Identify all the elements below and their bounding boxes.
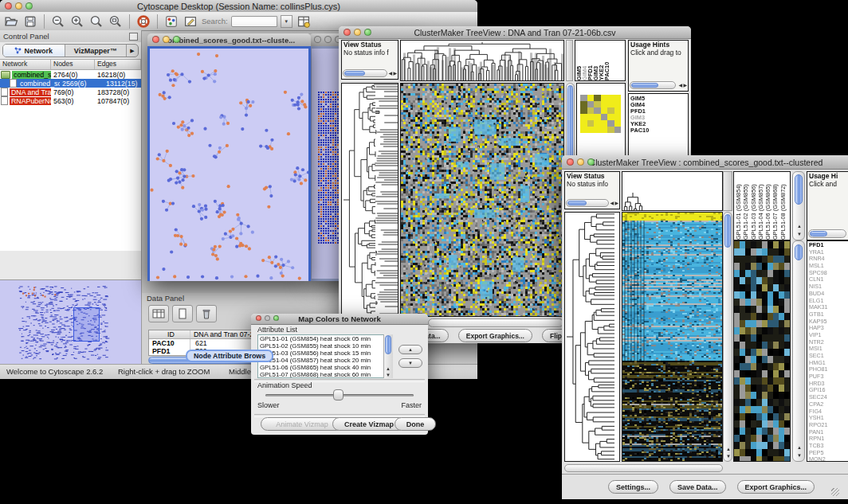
usage-hints-scrollbar[interactable] — [808, 229, 846, 238]
overview-viewport-rect[interactable] — [73, 307, 100, 342]
view-status-scrollbar[interactable] — [343, 69, 387, 77]
close-icon[interactable] — [314, 36, 321, 43]
gene-label[interactable]: PAC10 — [630, 127, 688, 134]
tv1-global-heatmap[interactable] — [400, 83, 564, 317]
tv2-titlebar[interactable]: ClusterMaker TreeView : combined_scores_… — [562, 155, 848, 170]
animation-speed-slider-thumb[interactable] — [333, 389, 344, 400]
network-list-row[interactable]: combined_scores 2764(0) 16218(0) — [0, 70, 141, 79]
col-nodes[interactable]: Nodes — [51, 60, 95, 69]
close-icon[interactable] — [256, 315, 261, 321]
tv2-hscroll[interactable] — [564, 464, 723, 472]
usage-hints-scrollbar[interactable] — [630, 81, 676, 89]
new-attribute-button[interactable] — [172, 305, 193, 322]
scroll-down-icon[interactable]: ▼ — [386, 373, 391, 377]
zoom-window-icon[interactable] — [273, 315, 279, 321]
tv1-zoom-heatmap[interactable] — [580, 95, 621, 133]
minimize-icon[interactable] — [163, 36, 170, 43]
search-dropdown-icon[interactable]: ▼ — [281, 15, 292, 28]
network-list-row[interactable]: combined_sco 2569(6) 13112(15) — [0, 79, 141, 88]
tab-network[interactable]: Network — [3, 45, 65, 57]
delete-attribute-button[interactable] — [196, 305, 217, 322]
dialog-titlebar[interactable]: Map Colors to Network — [251, 314, 428, 325]
network-canvas[interactable] — [147, 46, 311, 281]
scroll-up-icon[interactable]: ▲ — [797, 445, 802, 450]
tv2-labels-vscroll[interactable]: ▲ ▼ — [792, 171, 805, 240]
close-icon[interactable] — [344, 29, 351, 36]
tab-overflow-arrow[interactable]: ▶ — [127, 45, 138, 57]
vizmapper-icon[interactable] — [163, 14, 179, 29]
col-edges[interactable]: Edges — [95, 60, 141, 69]
net1-titlebar[interactable]: combined_scores_good.txt--cluste... — [147, 33, 311, 47]
search-input[interactable] — [231, 16, 277, 27]
help-lifebuoy-icon[interactable] — [135, 14, 151, 29]
move-up-button[interactable]: ▲ — [398, 345, 422, 354]
zoom-in-icon[interactable] — [69, 14, 85, 29]
minimize-icon[interactable] — [577, 158, 584, 166]
minimize-icon[interactable] — [265, 315, 270, 321]
attribute-list-item[interactable]: GPL51-04 (GSM857) heat shock 20 min — [258, 357, 392, 364]
attribute-list-item[interactable]: GPL51-03 (GSM856) heat shock 15 min — [258, 350, 392, 357]
tv2-column-dendrogram[interactable] — [622, 171, 723, 211]
zoom-window-icon[interactable] — [173, 36, 180, 43]
attribute-list-scrollbar[interactable]: ▲ ▼ — [383, 334, 393, 378]
tv2-row-dendrogram[interactable] — [564, 212, 620, 462]
column-label[interactable]: GPL51-04 (GSM857) — [757, 172, 764, 240]
column-label[interactable]: GPL51-02 (GSM855) — [742, 172, 749, 240]
annotation-icon[interactable] — [183, 14, 198, 29]
scroll-right-icon[interactable]: ▶ — [393, 71, 397, 76]
open-session-button[interactable] — [3, 14, 19, 29]
tv1-hscroll[interactable] — [428, 318, 563, 327]
scroll-left-icon[interactable]: ◀ — [610, 201, 614, 205]
attribute-list-item[interactable]: GPL51-02 (GSM855) heat shock 10 min — [258, 342, 392, 350]
scroll-right-icon[interactable]: ▶ — [614, 201, 618, 205]
scroll-up-icon[interactable]: ▲ — [797, 224, 802, 229]
import-table-icon[interactable] — [296, 14, 312, 29]
network-list-row[interactable]: DNA and Tran 07 769(0) 183728(0) — [0, 88, 141, 96]
float-panel-icon[interactable] — [129, 33, 138, 41]
tv1-minor-scrollbar[interactable] — [566, 40, 573, 81]
resize-grip[interactable] — [831, 488, 839, 496]
close-icon[interactable] — [152, 36, 159, 43]
tv1-column-dendrogram[interactable] — [400, 40, 564, 81]
tv1-row-dendrogram[interactable] — [341, 83, 398, 317]
scroll-down-icon[interactable]: ▼ — [797, 453, 802, 458]
column-label[interactable]: GPL51-01 (GSM854) — [735, 172, 742, 240]
zoom-fit-icon[interactable] — [108, 14, 124, 29]
tv2-minor-scrollbar[interactable] — [723, 171, 732, 211]
close-icon[interactable] — [567, 158, 574, 166]
view-status-scrollbar[interactable] — [566, 199, 609, 207]
treeview-button[interactable]: Export Graphics... — [458, 329, 532, 342]
tab-vizmapper[interactable]: VizMapper™ — [65, 45, 128, 57]
column-label[interactable]: PAC10 — [604, 41, 610, 80]
tv2-zoom-heatmap[interactable] — [733, 240, 791, 462]
network-overview-panel[interactable] — [0, 279, 141, 365]
tv2-heatmap-vscroll[interactable]: ▲ ▼ — [723, 212, 732, 462]
done-button[interactable]: Done — [395, 417, 436, 431]
attribute-list-item[interactable]: GPL51-01 (GSM854) heat shock 05 min — [258, 335, 392, 342]
minimize-icon[interactable] — [354, 29, 361, 36]
column-label[interactable]: GPL51-07 (GSM868) — [771, 172, 779, 240]
close-icon[interactable] — [5, 2, 12, 10]
zoom-window-icon[interactable] — [26, 2, 33, 10]
column-label[interactable]: GPL51-08 (GSM872) — [779, 172, 787, 240]
zoom-window-icon[interactable] — [364, 29, 371, 36]
scroll-right-icon[interactable]: ▶ — [683, 83, 687, 88]
column-label[interactable]: GPL51-03 (GSM856) — [750, 172, 757, 240]
scroll-up-icon[interactable]: ▲ — [726, 447, 731, 451]
select-attributes-button[interactable] — [148, 305, 169, 322]
treeview-button[interactable]: Save Data... — [669, 480, 726, 494]
minimize-icon[interactable] — [15, 2, 22, 10]
zoom-out-icon[interactable] — [50, 14, 66, 29]
scroll-down-icon[interactable]: ▼ — [726, 454, 731, 459]
attribute-list-item[interactable]: GPL51-07 (GSM868) heat shock 60 min — [258, 371, 392, 378]
save-session-button[interactable] — [22, 14, 38, 29]
scroll-left-icon[interactable]: ◀ — [388, 71, 392, 76]
node-attribute-browser-tab[interactable]: Node Attribute Brows — [186, 350, 273, 362]
network-list-row[interactable]: RNAPuberNov2+! 563(0) 107847(0) — [0, 96, 141, 105]
tv1-titlebar[interactable]: ClusterMaker TreeView : DNA and Tran 07-… — [339, 26, 691, 39]
attr-col-id[interactable]: ID — [149, 330, 190, 338]
scroll-left-icon[interactable]: ◀ — [678, 83, 682, 88]
animate-vizmap-button[interactable]: Animate Vizmap — [261, 417, 344, 431]
tv2-global-heatmap[interactable] — [622, 212, 723, 462]
main-titlebar[interactable]: Cytoscape Desktop (Session Name: collins… — [0, 0, 477, 13]
